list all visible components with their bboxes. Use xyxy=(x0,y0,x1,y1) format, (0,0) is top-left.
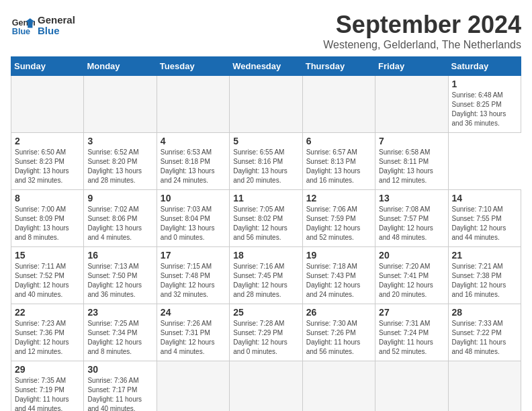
day-number: 6 xyxy=(306,136,371,146)
day-header-thursday: Thursday xyxy=(302,57,375,76)
day-25: 25Sunrise: 7:28 AMSunset: 7:29 PMDayligh… xyxy=(230,304,302,361)
day-2: 2Sunrise: 6:50 AMSunset: 8:23 PMDaylight… xyxy=(11,133,84,190)
day-info: Sunrise: 7:13 AMSunset: 7:50 PMDaylight:… xyxy=(87,262,152,300)
day-8: 8Sunrise: 7:00 AMSunset: 8:09 PMDaylight… xyxy=(11,190,84,247)
day-17: 17Sunrise: 7:15 AMSunset: 7:48 PMDayligh… xyxy=(157,247,229,304)
day-header-friday: Friday xyxy=(375,57,448,76)
svg-text:Blue: Blue xyxy=(12,27,30,36)
day-30: 30Sunrise: 7:36 AMSunset: 7:17 PMDayligh… xyxy=(84,361,157,412)
day-7: 7Sunrise: 6:58 AMSunset: 8:11 PMDaylight… xyxy=(375,133,448,190)
day-info: Sunrise: 7:23 AMSunset: 7:36 PMDaylight:… xyxy=(15,319,80,357)
day-info: Sunrise: 6:55 AMSunset: 8:16 PMDaylight:… xyxy=(233,148,298,185)
day-number: 17 xyxy=(161,250,226,261)
page-header: General Blue General Blue September 2024… xyxy=(11,11,521,51)
day-13: 13Sunrise: 7:08 AMSunset: 7:57 PMDayligh… xyxy=(375,190,448,247)
day-info: Sunrise: 7:00 AMSunset: 8:09 PMDaylight:… xyxy=(15,205,80,242)
empty-cell xyxy=(375,361,448,412)
title-block: September 2024 Westeneng, Gelderland, Th… xyxy=(323,11,521,51)
day-24: 24Sunrise: 7:26 AMSunset: 7:31 PMDayligh… xyxy=(157,304,229,361)
logo-line2: Blue xyxy=(38,26,75,37)
empty-cell xyxy=(375,76,448,133)
day-19: 19Sunrise: 7:18 AMSunset: 7:43 PMDayligh… xyxy=(302,247,375,304)
logo: General Blue General Blue xyxy=(11,13,75,38)
day-number: 19 xyxy=(306,250,371,261)
week-row-4: 15Sunrise: 7:11 AMSunset: 7:52 PMDayligh… xyxy=(11,247,521,304)
day-number: 20 xyxy=(379,250,444,261)
day-number: 13 xyxy=(379,193,444,203)
day-number: 16 xyxy=(87,250,152,261)
day-info: Sunrise: 6:52 AMSunset: 8:20 PMDaylight:… xyxy=(87,148,152,185)
day-number: 2 xyxy=(15,136,80,146)
day-info: Sunrise: 7:02 AMSunset: 8:06 PMDaylight:… xyxy=(87,205,152,242)
day-info: Sunrise: 6:58 AMSunset: 8:11 PMDaylight:… xyxy=(379,148,444,185)
month-year-title: September 2024 xyxy=(323,11,521,39)
day-header-monday: Monday xyxy=(84,57,157,76)
day-number: 25 xyxy=(233,307,298,318)
day-6: 6Sunrise: 6:57 AMSunset: 8:13 PMDaylight… xyxy=(302,133,375,190)
day-header-wednesday: Wednesday xyxy=(230,57,302,76)
location-subtitle: Westeneng, Gelderland, The Netherlands xyxy=(323,39,521,51)
day-number: 18 xyxy=(233,250,298,261)
day-info: Sunrise: 7:05 AMSunset: 8:02 PMDaylight:… xyxy=(233,205,298,242)
week-row-5: 22Sunrise: 7:23 AMSunset: 7:36 PMDayligh… xyxy=(11,304,521,361)
day-number: 28 xyxy=(452,307,517,318)
day-4: 4Sunrise: 6:53 AMSunset: 8:18 PMDaylight… xyxy=(157,133,229,190)
day-info: Sunrise: 7:35 AMSunset: 7:19 PMDaylight:… xyxy=(15,376,80,411)
day-11: 11Sunrise: 7:05 AMSunset: 8:02 PMDayligh… xyxy=(230,190,302,247)
day-header-sunday: Sunday xyxy=(11,57,84,76)
day-26: 26Sunrise: 7:30 AMSunset: 7:26 PMDayligh… xyxy=(302,304,375,361)
week-row-3: 8Sunrise: 7:00 AMSunset: 8:09 PMDaylight… xyxy=(11,190,521,247)
day-header-tuesday: Tuesday xyxy=(157,57,229,76)
day-number: 11 xyxy=(233,193,298,203)
day-info: Sunrise: 7:25 AMSunset: 7:34 PMDaylight:… xyxy=(87,319,152,357)
day-10: 10Sunrise: 7:03 AMSunset: 8:04 PMDayligh… xyxy=(157,190,229,247)
day-29: 29Sunrise: 7:35 AMSunset: 7:19 PMDayligh… xyxy=(11,361,84,412)
day-16: 16Sunrise: 7:13 AMSunset: 7:50 PMDayligh… xyxy=(84,247,157,304)
logo-line1: General xyxy=(38,15,75,26)
day-18: 18Sunrise: 7:16 AMSunset: 7:45 PMDayligh… xyxy=(230,247,302,304)
day-header-saturday: Saturday xyxy=(448,57,521,76)
week-row-2: 2Sunrise: 6:50 AMSunset: 8:23 PMDaylight… xyxy=(11,133,521,190)
day-21: 21Sunrise: 7:21 AMSunset: 7:38 PMDayligh… xyxy=(448,247,521,304)
day-number: 23 xyxy=(87,307,152,318)
days-header-row: SundayMondayTuesdayWednesdayThursdayFrid… xyxy=(11,57,521,76)
day-number: 15 xyxy=(15,250,80,261)
day-number: 4 xyxy=(161,136,226,146)
day-number: 22 xyxy=(15,307,80,318)
day-23: 23Sunrise: 7:25 AMSunset: 7:34 PMDayligh… xyxy=(84,304,157,361)
day-number: 27 xyxy=(379,307,444,318)
day-info: Sunrise: 7:26 AMSunset: 7:31 PMDaylight:… xyxy=(161,319,226,357)
day-number: 3 xyxy=(87,136,152,146)
day-20: 20Sunrise: 7:20 AMSunset: 7:41 PMDayligh… xyxy=(375,247,448,304)
day-5: 5Sunrise: 6:55 AMSunset: 8:16 PMDaylight… xyxy=(230,133,302,190)
day-number: 10 xyxy=(161,193,226,203)
day-number: 30 xyxy=(87,364,152,375)
day-number: 21 xyxy=(452,250,517,261)
day-number: 29 xyxy=(15,364,80,375)
day-info: Sunrise: 7:21 AMSunset: 7:38 PMDaylight:… xyxy=(452,262,517,300)
day-15: 15Sunrise: 7:11 AMSunset: 7:52 PMDayligh… xyxy=(11,247,84,304)
empty-cell xyxy=(157,361,229,412)
day-info: Sunrise: 7:36 AMSunset: 7:17 PMDaylight:… xyxy=(87,376,152,411)
day-info: Sunrise: 7:10 AMSunset: 7:55 PMDaylight:… xyxy=(452,205,517,242)
day-info: Sunrise: 6:53 AMSunset: 8:18 PMDaylight:… xyxy=(161,148,226,185)
day-14: 14Sunrise: 7:10 AMSunset: 7:55 PMDayligh… xyxy=(448,190,521,247)
day-number: 26 xyxy=(306,307,371,318)
day-info: Sunrise: 6:57 AMSunset: 8:13 PMDaylight:… xyxy=(306,148,371,185)
week-row-1: 1Sunrise: 6:48 AMSunset: 8:25 PMDaylight… xyxy=(11,76,521,133)
empty-cell xyxy=(230,361,302,412)
empty-cell xyxy=(157,76,229,133)
empty-cell xyxy=(230,76,302,133)
empty-cell xyxy=(302,361,375,412)
empty-cell xyxy=(84,76,157,133)
calendar-table: SundayMondayTuesdayWednesdayThursdayFrid… xyxy=(11,56,521,411)
day-number: 14 xyxy=(452,193,517,203)
day-info: Sunrise: 7:18 AMSunset: 7:43 PMDaylight:… xyxy=(306,262,371,300)
day-info: Sunrise: 7:11 AMSunset: 7:52 PMDaylight:… xyxy=(15,262,80,300)
day-number: 7 xyxy=(379,136,444,146)
day-9: 9Sunrise: 7:02 AMSunset: 8:06 PMDaylight… xyxy=(84,190,157,247)
empty-cell xyxy=(448,361,521,412)
day-number: 1 xyxy=(452,79,517,89)
day-number: 12 xyxy=(306,193,371,203)
day-info: Sunrise: 7:03 AMSunset: 8:04 PMDaylight:… xyxy=(161,205,226,242)
